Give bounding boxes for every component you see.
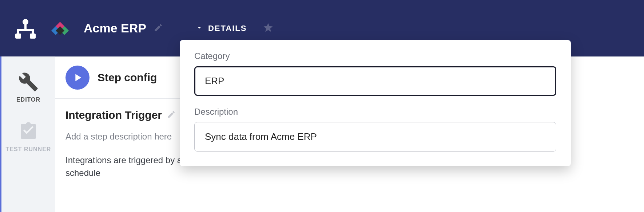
category-field-group: Category: [194, 51, 556, 96]
category-label: Category: [194, 51, 556, 61]
svg-rect-2: [17, 29, 34, 31]
edit-title-icon[interactable]: [154, 21, 163, 35]
details-popover: Category Description: [180, 40, 571, 166]
description-field-group: Description: [194, 107, 556, 152]
sidebar-item-editor[interactable]: EDITOR: [1, 64, 55, 113]
svg-rect-5: [15, 34, 21, 39]
svg-rect-6: [30, 34, 36, 39]
app-logo-icon: [51, 19, 69, 38]
play-icon[interactable]: [65, 66, 90, 90]
star-icon[interactable]: [263, 22, 274, 35]
sidebar-item-test-runner[interactable]: TEST RUNNER: [1, 113, 55, 163]
details-toggle[interactable]: DETAILS: [196, 22, 274, 35]
description-input[interactable]: [194, 122, 556, 152]
chevron-down-icon: [196, 24, 203, 33]
app-title: Acme ERP: [84, 21, 146, 35]
sidebar-item-label: EDITOR: [16, 97, 40, 103]
workflow-icon: [15, 17, 36, 39]
category-input[interactable]: [194, 66, 556, 96]
details-label: DETAILS: [208, 24, 247, 33]
sidebar: EDITOR TEST RUNNER: [0, 56, 55, 212]
trigger-title: Integration Trigger: [65, 109, 162, 121]
clipboard-check-icon: [18, 121, 39, 142]
wrench-icon: [18, 72, 39, 92]
description-label: Description: [194, 107, 556, 117]
sidebar-item-label: TEST RUNNER: [6, 146, 51, 153]
header-title-group: Acme ERP: [84, 21, 163, 35]
step-config-title: Step config: [98, 71, 157, 84]
edit-trigger-icon[interactable]: [167, 110, 176, 120]
